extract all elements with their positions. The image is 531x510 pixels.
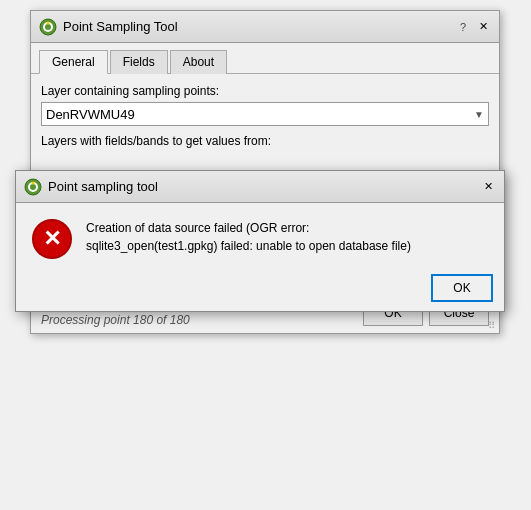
tabs-bar: General Fields About <box>31 43 499 74</box>
svg-point-6 <box>30 184 36 190</box>
tab-general[interactable]: General <box>39 50 108 74</box>
error-icon: ✕ <box>32 219 72 259</box>
main-title-text: Point Sampling Tool <box>63 19 178 34</box>
main-close-button[interactable]: ✕ <box>475 19 491 35</box>
error-footer: OK <box>16 271 504 311</box>
help-button[interactable]: ? <box>455 19 471 35</box>
error-qgis-logo-icon <box>24 178 42 196</box>
error-dialog: Point sampling tool ✕ ✕ Creation of data… <box>15 170 505 312</box>
resize-handle: ⠿ <box>488 320 495 331</box>
layers-fields-label: Layers with fields/bands to get values f… <box>41 134 489 148</box>
tab-fields[interactable]: Fields <box>110 50 168 74</box>
svg-point-2 <box>45 24 51 30</box>
error-message: Creation of data source failed (OGR erro… <box>86 219 488 255</box>
svg-point-3 <box>47 21 50 24</box>
title-bar-left: Point Sampling Tool <box>39 18 178 36</box>
error-title-text: Point sampling tool <box>48 179 158 194</box>
error-close-button[interactable]: ✕ <box>480 179 496 195</box>
error-title-left: Point sampling tool <box>24 178 158 196</box>
tab-about[interactable]: About <box>170 50 227 74</box>
qgis-logo-icon <box>39 18 57 36</box>
svg-point-7 <box>32 181 35 184</box>
combo-arrow-icon: ▼ <box>474 109 484 120</box>
main-title-bar: Point Sampling Tool ? ✕ <box>31 11 499 43</box>
layer-value: DenRVWMU49 <box>46 107 135 122</box>
layer-combobox[interactable]: DenRVWMU49 ▼ <box>41 102 489 126</box>
error-content: ✕ Creation of data source failed (OGR er… <box>16 203 504 271</box>
layer-label: Layer containing sampling points: <box>41 84 489 98</box>
title-bar-controls: ? ✕ <box>455 19 491 35</box>
error-title-bar: Point sampling tool ✕ <box>16 171 504 203</box>
error-ok-button[interactable]: OK <box>432 275 492 301</box>
status-text: Processing point 180 of 180 <box>41 313 363 327</box>
